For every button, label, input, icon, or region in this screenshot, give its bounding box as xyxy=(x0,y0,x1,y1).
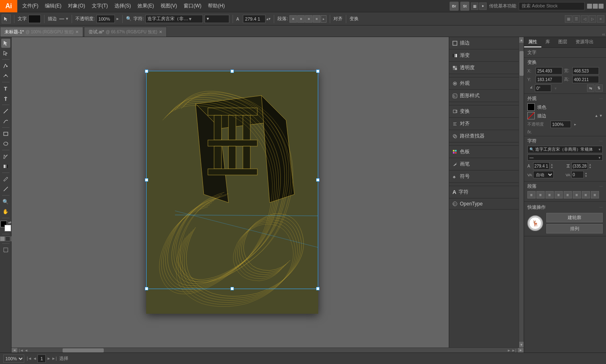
artboard-prev[interactable]: |◄ xyxy=(27,356,32,361)
leading-stepper[interactable]: ▲ ▼ xyxy=(589,163,592,169)
font-family-dropdown-arrow[interactable]: ▾ xyxy=(599,147,601,152)
close-btn[interactable] xyxy=(599,4,604,9)
font-size-panel-input[interactable] xyxy=(533,162,550,170)
tab-properties[interactable]: 属性 xyxy=(524,37,541,47)
brushes-panel-header[interactable]: 画笔 xyxy=(449,158,519,170)
draw-mode-btn[interactable] xyxy=(5,236,10,241)
menu-effect[interactable]: 效果(E) xyxy=(134,0,157,12)
para-justify-all2-btn[interactable]: ≡ xyxy=(582,191,590,198)
font-size-stepper[interactable]: ▲ ▼ xyxy=(550,163,553,169)
panel-right-btn[interactable]: ▷ xyxy=(589,15,596,23)
prev-btn[interactable]: ◄ xyxy=(24,348,28,352)
tab-library[interactable]: 库 xyxy=(541,37,554,47)
graphic-style-panel-header[interactable]: fx 图形样式 xyxy=(449,90,519,102)
artboard-step-prev[interactable]: ◄ xyxy=(33,356,37,361)
para-more-btn[interactable]: ▸ xyxy=(321,15,326,23)
menu-select[interactable]: 选择(S) xyxy=(111,0,134,12)
font-style-dropdown-arrow[interactable]: ▾ xyxy=(599,156,601,160)
tracking-stepper[interactable]: ▲ ▼ xyxy=(585,172,587,177)
gradient-panel-header[interactable]: 渐变 xyxy=(449,49,519,62)
align-left-btn[interactable]: ≡ xyxy=(289,15,297,23)
view-toggle[interactable]: ▦ ✦ xyxy=(471,2,487,10)
bridge-icon[interactable]: Br xyxy=(450,2,459,11)
align-right-btn[interactable]: ≡ xyxy=(305,15,312,23)
color-swatches[interactable]: ⇄ xyxy=(0,221,11,231)
font-size-dropdown[interactable]: ▴▾ xyxy=(266,16,270,21)
artboard-next[interactable]: ►| xyxy=(51,356,57,361)
swatches-panel-header[interactable]: 色板 xyxy=(449,146,519,158)
stroke-down-btn[interactable]: ▼ xyxy=(599,114,603,118)
panel-left-btn[interactable]: ◁ xyxy=(581,15,588,23)
direct-select-tool[interactable] xyxy=(1,49,10,58)
hscroll-thumb[interactable] xyxy=(63,348,104,352)
arrange-btn[interactable]: 排列 xyxy=(546,224,603,233)
selection-tool-icon[interactable] xyxy=(2,14,11,23)
type-tool[interactable]: T xyxy=(1,84,10,93)
opacity-dropdown[interactable]: ▸ xyxy=(117,16,119,21)
canvas-area[interactable]: 描边 渐变 透明度 外观 xyxy=(12,37,519,348)
artboard-number-input[interactable] xyxy=(37,355,46,363)
maximize-btn[interactable] xyxy=(593,4,598,9)
font-family-selector[interactable]: 造字工房言宋（非… ▾ xyxy=(145,15,203,23)
para-center-btn[interactable]: ≡ xyxy=(536,191,545,198)
stroke-panel-header[interactable]: 描边 xyxy=(449,37,519,49)
align-panel-header[interactable]: 对齐 xyxy=(449,118,519,130)
zoom-select[interactable]: 100% xyxy=(3,355,24,363)
create-outline-btn[interactable]: 建轮廓 xyxy=(546,213,603,222)
scroll-down-btn[interactable]: ▼ xyxy=(519,342,524,348)
scroll-up-btn[interactable]: ▲ xyxy=(519,37,524,43)
hand-tool[interactable]: ✋ xyxy=(1,207,10,216)
para-justify-last-btn[interactable]: ≡ xyxy=(591,191,599,198)
menu-object[interactable]: 对象(O) xyxy=(65,0,88,12)
paint-bucket-tool[interactable] xyxy=(1,152,10,161)
scroll-right-btn[interactable]: ► xyxy=(518,348,524,353)
paragraph-more[interactable]: ··· xyxy=(599,184,603,189)
quick-actions-more[interactable]: ··· xyxy=(599,205,603,210)
tab-try-close[interactable]: ✕ xyxy=(159,30,162,34)
tab-export[interactable]: 资源导出 xyxy=(571,37,598,47)
next-artboard-btn[interactable]: ►| xyxy=(512,348,516,352)
arc-tool[interactable] xyxy=(1,117,10,126)
kerning-select[interactable]: 自动 xyxy=(533,171,554,178)
tab-layers[interactable]: 图层 xyxy=(554,37,571,47)
appearance-panel-header[interactable]: 外观 xyxy=(449,77,519,90)
angle-input[interactable] xyxy=(535,84,551,92)
artboard-step-next[interactable]: ► xyxy=(47,356,51,361)
pen-tool[interactable] xyxy=(1,61,10,70)
ellipse-tool[interactable] xyxy=(1,139,10,148)
tab-untitled-close[interactable]: ✕ xyxy=(75,30,79,34)
zoom-tool[interactable]: 🔍 xyxy=(1,197,10,206)
artboard-tool[interactable] xyxy=(1,245,10,254)
minimize-btn[interactable] xyxy=(587,4,592,9)
angle-more-btn[interactable]: ▾ xyxy=(555,86,557,91)
character-panel-header[interactable]: A 字符 xyxy=(449,186,519,198)
h-input[interactable] xyxy=(572,76,599,83)
leading-input[interactable] xyxy=(571,162,588,170)
stroke-dropdown[interactable]: ▾ xyxy=(66,16,68,21)
align-center-btn[interactable]: ≡ xyxy=(297,15,305,23)
selection-tool[interactable] xyxy=(1,39,10,48)
tracking-input[interactable] xyxy=(571,171,584,178)
para-right-btn[interactable]: ≡ xyxy=(545,191,554,198)
scroll-thumb[interactable] xyxy=(520,51,524,76)
flip-v-btn[interactable]: ⇅ xyxy=(595,84,603,92)
appearance-more[interactable]: ··· xyxy=(599,96,603,101)
x-input[interactable] xyxy=(536,67,562,75)
pathfinder-panel-header[interactable]: 路径查找器 xyxy=(449,130,519,142)
horizontal-scrollbar[interactable]: ◄ |◄ ◄ ► ►| ► xyxy=(12,348,524,352)
align-justify-btn[interactable]: ≡ xyxy=(313,15,320,23)
font-family-dropdown[interactable]: 🔍 造字工房言宋（非商用）常规体 ▾ xyxy=(527,146,603,153)
opacity-input[interactable] xyxy=(96,15,115,23)
character-more[interactable]: ··· xyxy=(599,139,603,143)
opacity-input-panel[interactable] xyxy=(550,121,571,128)
menu-window[interactable]: 窗口(W) xyxy=(180,0,205,12)
tab-try[interactable]: 尝试.ai* @ 66.67% (RGB/GPU 预览) ✕ xyxy=(84,27,167,37)
curvature-tool[interactable] xyxy=(1,71,10,80)
flip-h-btn[interactable]: ⇋ xyxy=(587,84,594,92)
vertical-type-tool[interactable]: T xyxy=(1,94,10,103)
symbols-panel-header[interactable]: ♣ 符号 xyxy=(449,170,519,183)
stroke-up-btn[interactable]: ▲ xyxy=(594,114,598,118)
tab-untitled[interactable]: 未标题-1* @ 100% (RGB/GPU 预览) ✕ xyxy=(0,27,83,37)
panels-collapse-btn[interactable]: ‹‹ xyxy=(601,32,606,37)
gradient-tool[interactable] xyxy=(1,162,10,171)
